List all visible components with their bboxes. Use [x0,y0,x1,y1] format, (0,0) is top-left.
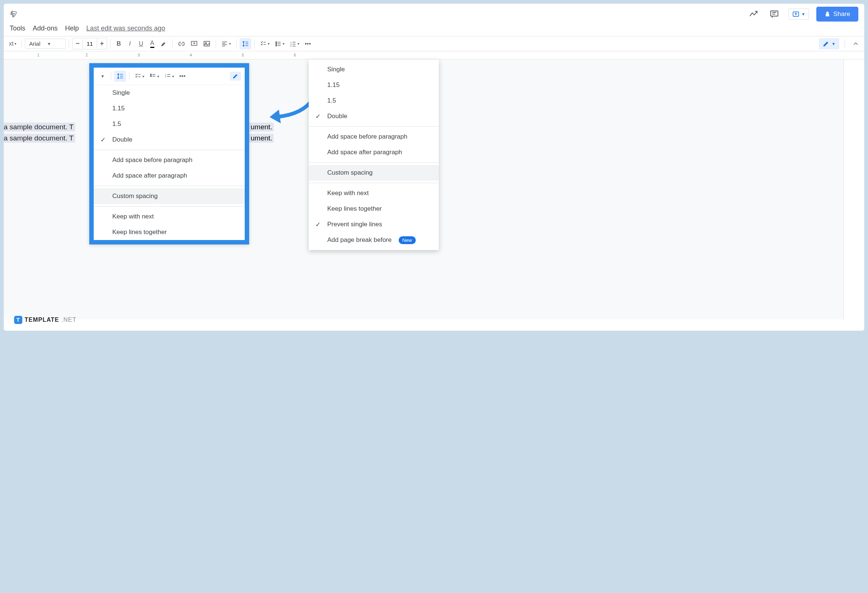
menu-item-keep-lines[interactable]: Keep lines together [309,201,439,216]
insert-link-button[interactable] [176,38,187,49]
ruler-tick: 4 [190,53,192,57]
ruler-tick: 1 [37,53,40,57]
last-edit-link[interactable]: Last edit was seconds ago [86,25,165,32]
menu-help[interactable]: Help [65,25,79,32]
share-button[interactable]: Share [816,7,858,22]
watermark-brand: TEMPLATE [25,316,59,323]
font-size-value[interactable]: 11 [83,39,97,48]
menu-item-keep-lines[interactable]: Keep lines together [94,224,245,240]
editing-mode-button[interactable]: ▼ [819,38,839,49]
menu-item-page-break[interactable]: Add page break before New [309,232,439,248]
ruler-tick: 2 [86,53,88,57]
menu-item-space-before[interactable]: Add space before paragraph [94,152,245,168]
text-line[interactable]: a sample document. T [4,134,75,143]
menu-divider [94,186,245,186]
dropdown-caret-icon[interactable]: ▼ [97,71,108,82]
menu-item-label: Add page break before [327,236,391,243]
callout-inset: ▼ 12 ••• [89,63,249,244]
ruler: 1 2 3 4 5 6 [4,51,864,59]
callout-line-spacing-menu: Single 1.15 1.5 ✓ Double Add space befor… [94,85,245,240]
side-panel [843,59,864,319]
menu-item-label: Double [327,113,347,120]
menu-item-space-before[interactable]: Add space before paragraph [309,129,439,144]
separator [216,40,216,48]
new-badge: New [399,236,416,244]
checklist-button[interactable] [132,71,146,82]
menu-item-custom-spacing[interactable]: Custom spacing [94,188,245,204]
menubar: Tools Add-ons Help Last edit was seconds… [4,25,864,36]
bullet-list-button[interactable] [147,71,161,82]
separator [22,40,22,48]
svg-point-20 [276,43,277,44]
underline-button[interactable]: U [136,38,146,49]
highlight-button[interactable] [158,38,169,49]
font-size-decrease[interactable]: − [72,38,83,49]
present-button[interactable]: ▼ [788,9,809,20]
watermark-logo-icon: T [14,316,22,324]
share-label: Share [833,10,850,18]
separator [129,72,130,81]
menu-item-single[interactable]: Single [94,85,245,101]
menu-item-15[interactable]: 1.5 [94,116,245,132]
checklist-button[interactable] [258,38,272,49]
menu-item-double[interactable]: ✓ Double [309,109,439,124]
collapse-button[interactable] [850,38,861,49]
menu-item-space-after[interactable]: Add space after paragraph [94,168,245,184]
menu-addons[interactable]: Add-ons [33,25,58,32]
watermark: T TEMPLATE.NET [14,316,76,324]
toolbar: xt Arial ▼ − 11 + B I U A [4,36,864,51]
menu-item-label: Prevent single lines [327,221,382,228]
edit-icon[interactable] [230,72,241,81]
separator [111,72,111,81]
document-text: a sample document. T a sample document. … [4,123,75,145]
menu-divider [309,127,439,127]
menu-item-space-after[interactable]: Add space after paragraph [309,144,439,160]
ruler-tick: 6 [294,53,296,57]
more-button[interactable]: ••• [177,71,188,82]
menu-item-keep-next[interactable]: Keep with next [309,185,439,201]
check-icon: ✓ [315,221,320,228]
line-spacing-button[interactable] [114,71,126,82]
menu-item-keep-next[interactable]: Keep with next [94,209,245,224]
numbered-list-button[interactable]: 12 [162,71,176,82]
menu-item-double[interactable]: ✓ Double [94,132,245,147]
font-size-box: − 11 + [72,38,107,49]
menu-item-15[interactable]: 1.5 [309,93,439,109]
numbered-list-button[interactable]: 123 [288,38,302,49]
menu-item-115[interactable]: 1.15 [94,101,245,116]
document-canvas: a sample document. T a sample document. … [4,59,864,319]
activity-icon[interactable] [747,7,760,21]
font-select[interactable]: Arial ▼ [25,39,66,49]
watermark-net: .NET [61,316,76,323]
menu-tools[interactable]: Tools [10,25,25,32]
insert-comment-button[interactable] [188,38,200,49]
line-spacing-button[interactable] [239,38,251,49]
bold-button[interactable]: B [114,38,124,49]
italic-button[interactable]: I [125,38,135,49]
ruler-tick: 5 [242,53,244,57]
font-size-increase[interactable]: + [97,38,107,49]
svg-point-37 [150,76,151,77]
separator [110,40,111,48]
menu-item-single[interactable]: Single [309,62,439,77]
doc-icon [10,10,18,18]
comments-icon[interactable] [768,7,781,21]
svg-text:2: 2 [165,75,167,78]
separator [172,40,173,48]
line-spacing-menu: Single 1.15 1.5 ✓ Double Add space befor… [309,59,439,250]
menu-divider [94,206,245,207]
bullet-list-button[interactable] [273,38,287,49]
paragraph-style-select[interactable]: xt [7,38,19,49]
menu-item-115[interactable]: 1.15 [309,77,439,93]
menu-divider [309,183,439,183]
menu-item-prevent-single[interactable]: ✓ Prevent single lines [309,216,439,232]
menu-item-custom-spacing[interactable]: Custom spacing [309,165,439,181]
align-button[interactable] [219,38,233,49]
text-line[interactable]: ument. [249,134,274,143]
insert-image-button[interactable] [201,38,213,49]
header: ▼ Share [4,4,864,25]
menu-item-label: Double [112,136,132,143]
text-color-button[interactable]: A [147,38,157,49]
text-line[interactable]: a sample document. T [4,123,75,131]
more-button[interactable]: ••• [303,38,313,49]
